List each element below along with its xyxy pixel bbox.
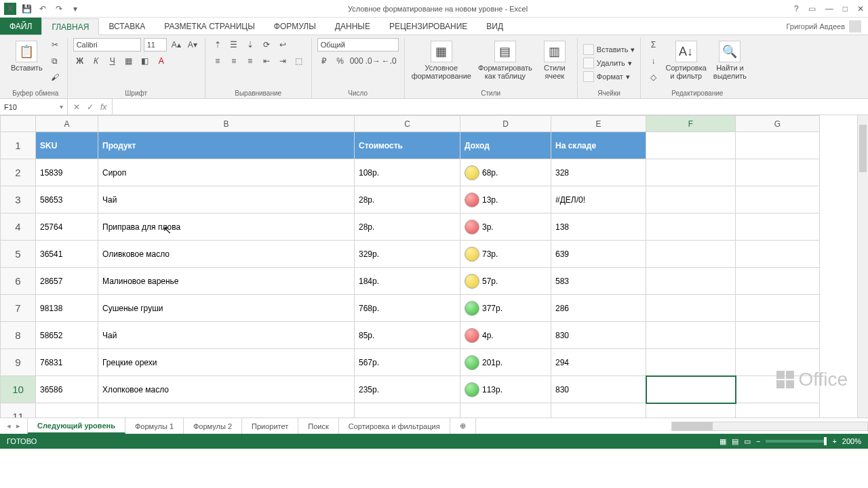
cell-C6[interactable]: 184р. [355, 268, 460, 295]
cell-G2[interactable] [736, 159, 820, 186]
cell-C4[interactable]: 28р. [355, 214, 460, 241]
cell-E3[interactable]: #ДЕЛ/0! [551, 186, 646, 214]
tab-home[interactable]: ГЛАВНАЯ [41, 18, 99, 35]
row-header-3[interactable]: 3 [1, 186, 36, 214]
cell-A7[interactable]: 98138 [36, 295, 98, 322]
cell-E1[interactable]: На складе [551, 132, 646, 159]
cell-G9[interactable] [736, 349, 820, 376]
row-header-9[interactable]: 9 [1, 349, 36, 376]
row-header-11[interactable]: 11 [1, 403, 36, 418]
find-select-button[interactable]: 🔍Найти и выделить [712, 38, 748, 83]
cell-G1[interactable] [736, 132, 820, 159]
percent-icon[interactable]: % [334, 54, 347, 68]
align-middle-icon[interactable]: ☰ [227, 38, 241, 52]
cell-A6[interactable]: 28657 [36, 268, 98, 295]
cell-C10[interactable]: 235р. [355, 376, 460, 403]
cell-D11[interactable] [460, 403, 551, 418]
cell-D9[interactable]: 201р. [460, 349, 551, 376]
row-header-5[interactable]: 5 [1, 241, 36, 268]
cell-B5[interactable]: Оливковое масло [98, 241, 355, 268]
cell-D2[interactable]: 68р. [460, 159, 551, 186]
sheet-tab[interactable]: Приоритет [242, 418, 298, 434]
new-sheet-button[interactable]: ⊕ [450, 418, 476, 434]
cell-B7[interactable]: Сушеные груши [98, 295, 355, 322]
font-color-icon[interactable]: A [155, 54, 168, 68]
cell-C5[interactable]: 329р. [355, 241, 460, 268]
cell-styles-button[interactable]: ▥Стили ячеек [538, 38, 572, 83]
ribbon-display-icon[interactable]: ▭ [808, 4, 816, 14]
row-header-2[interactable]: 2 [1, 159, 36, 186]
format-cells-button[interactable]: Формат ▾ [583, 71, 630, 82]
decrease-font-icon[interactable]: A▾ [186, 38, 199, 52]
vertical-scrollbar[interactable] [857, 115, 868, 418]
fill-icon[interactable]: ↓ [646, 54, 660, 68]
col-header-G[interactable]: G [736, 116, 820, 132]
cell-E10[interactable]: 830 [551, 376, 646, 403]
row-header-6[interactable]: 6 [1, 268, 36, 295]
cell-E2[interactable]: 328 [551, 159, 646, 186]
decrease-decimal-icon[interactable]: ←.0 [382, 54, 396, 68]
tab-file[interactable]: ФАЙЛ [0, 18, 41, 35]
cell-E6[interactable]: 583 [551, 268, 646, 295]
cell-E11[interactable] [551, 403, 646, 418]
cell-F10[interactable] [646, 376, 736, 403]
col-header-F[interactable]: F [646, 116, 736, 132]
cell-A1[interactable]: SKU [36, 132, 98, 159]
cell-E9[interactable]: 294 [551, 349, 646, 376]
minimize-icon[interactable]: — [825, 4, 833, 14]
tab-review[interactable]: РЕЦЕНЗИРОВАНИЕ [380, 18, 477, 35]
align-center-icon[interactable]: ≡ [227, 54, 241, 68]
cell-F4[interactable] [646, 214, 736, 241]
cancel-formula-icon[interactable]: ✕ [73, 102, 80, 112]
cell-G7[interactable] [736, 295, 820, 322]
font-name-select[interactable]: Calibri [73, 38, 141, 52]
row-header-10[interactable]: 10 [1, 376, 36, 403]
cell-D8[interactable]: 4р. [460, 322, 551, 349]
zoom-out-icon[interactable]: − [756, 437, 760, 445]
format-painter-icon[interactable]: 🖌 [48, 70, 62, 84]
cell-D1[interactable]: Доход [460, 132, 551, 159]
sheet-tab[interactable]: Формулы 2 [184, 418, 242, 434]
zoom-in-icon[interactable]: + [832, 437, 836, 445]
cell-A11[interactable] [36, 403, 98, 418]
cell-A8[interactable]: 58652 [36, 322, 98, 349]
tab-formulas[interactable]: ФОРМУЛЫ [264, 18, 326, 35]
account-area[interactable]: Григорий Авдеев [779, 18, 868, 35]
sheet-tab[interactable]: Формулы 1 [125, 418, 184, 434]
cut-icon[interactable]: ✂ [48, 38, 62, 52]
align-bottom-icon[interactable]: ⇣ [243, 38, 257, 52]
border-icon[interactable]: ▦ [122, 54, 136, 68]
cell-E7[interactable]: 286 [551, 295, 646, 322]
cell-B11[interactable] [98, 403, 355, 418]
cell-G5[interactable] [736, 241, 820, 268]
view-normal-icon[interactable]: ▦ [719, 437, 726, 446]
cell-A4[interactable]: 25764 [36, 214, 98, 241]
currency-icon[interactable]: ₽ [317, 54, 331, 68]
row-header-8[interactable]: 8 [1, 322, 36, 349]
paste-button[interactable]: 📋 Вставить [9, 38, 44, 75]
sheet-nav-last-icon[interactable]: ▸ [16, 422, 20, 430]
row-header-1[interactable]: 1 [1, 132, 36, 159]
clear-icon[interactable]: ◇ [646, 70, 660, 84]
cell-A3[interactable]: 58653 [36, 186, 98, 214]
thousands-icon[interactable]: 000 [350, 54, 363, 68]
view-layout-icon[interactable]: ▤ [732, 437, 738, 446]
sheet-tab[interactable]: Сортировка и фильтрация [339, 418, 450, 434]
cell-G3[interactable] [736, 186, 820, 214]
cell-F2[interactable] [646, 159, 736, 186]
cell-F11[interactable] [646, 403, 736, 418]
help-icon[interactable]: ? [794, 4, 799, 14]
row-header-4[interactable]: 4 [1, 214, 36, 241]
sheet-tab[interactable]: Поиск [298, 418, 338, 434]
cell-D3[interactable]: 13р. [460, 186, 551, 214]
copy-icon[interactable]: ⧉ [48, 54, 62, 68]
col-header-D[interactable]: D [460, 116, 551, 132]
tab-insert[interactable]: ВСТАВКА [99, 18, 155, 35]
cell-C8[interactable]: 85р. [355, 322, 460, 349]
orientation-icon[interactable]: ⟳ [260, 38, 273, 52]
cell-B3[interactable]: Чай [98, 186, 355, 214]
cell-D7[interactable]: 377р. [460, 295, 551, 322]
cell-G8[interactable] [736, 322, 820, 349]
cell-F8[interactable] [646, 322, 736, 349]
conditional-formatting-button[interactable]: ▦Условное форматирование [410, 38, 473, 83]
